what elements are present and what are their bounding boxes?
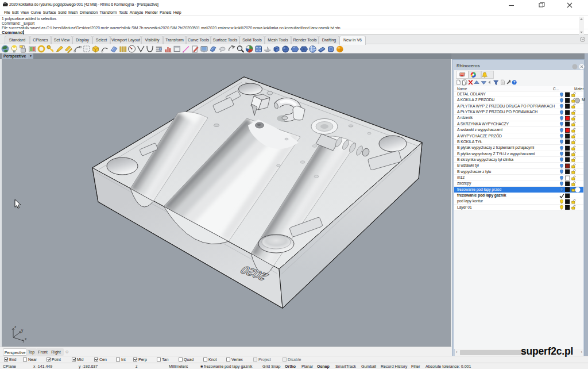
svg-text:?: ? xyxy=(513,80,516,84)
svg-text:y: y xyxy=(21,328,24,333)
svg-text:x: x xyxy=(25,337,27,341)
svg-text:z: z xyxy=(14,325,16,329)
